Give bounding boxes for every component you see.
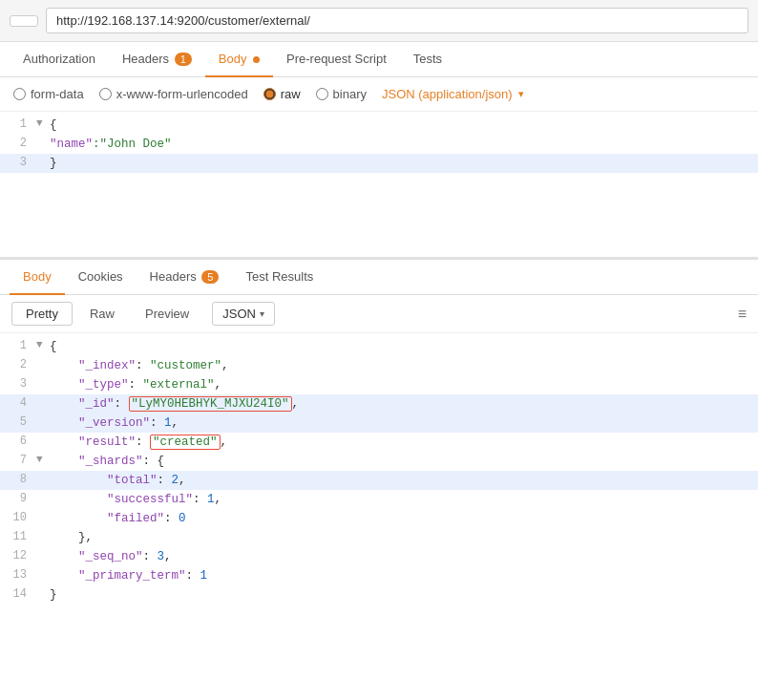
resp-code-line-2: 2 "_index": "customer", xyxy=(0,356,758,375)
resp-line-num-4: 4 xyxy=(0,394,36,413)
resp-line-content-11: }, xyxy=(50,528,758,547)
req-line-arrow-1: ▼ xyxy=(36,116,50,133)
resp-line-num-12: 12 xyxy=(0,547,36,565)
req-code-line-1: 1▼{ xyxy=(0,116,758,135)
body-option-raw[interactable]: raw xyxy=(263,87,301,101)
request-tab-tests[interactable]: Tests xyxy=(400,42,455,77)
request-tab-pre-request-script[interactable]: Pre-request Script xyxy=(273,42,400,77)
resp-line-content-1: { xyxy=(50,337,758,356)
resp-line-content-8: "total": 2, xyxy=(50,471,758,490)
resp-line-num-11: 11 xyxy=(0,528,36,546)
top-bar xyxy=(0,0,758,42)
req-code-line-3: 3} xyxy=(0,154,758,173)
resp-line-num-9: 9 xyxy=(0,490,36,508)
format-btn-raw[interactable]: Raw xyxy=(76,303,128,325)
resp-line-content-9: "successful": 1, xyxy=(50,490,758,509)
format-select-chevron: ▾ xyxy=(260,308,264,319)
request-tab-headers[interactable]: Headers 1 xyxy=(109,42,205,77)
body-option-label-raw: raw xyxy=(281,87,301,101)
resp-line-content-13: "_primary_term": 1 xyxy=(50,566,758,585)
request-tab-nav: AuthorizationHeaders 1Body Pre-request S… xyxy=(0,42,758,77)
response-tab-headers[interactable]: Headers 5 xyxy=(137,260,233,295)
resp-code-line-11: 11 }, xyxy=(0,528,758,547)
req-line-num-3: 3 xyxy=(0,154,36,172)
json-type-chevron: ▾ xyxy=(518,88,524,100)
format-select[interactable]: JSON▾ xyxy=(212,302,275,326)
body-option-binary[interactable]: binary xyxy=(316,87,367,101)
resp-line-num-7: 7 xyxy=(0,452,36,470)
resp-line-content-2: "_index": "customer", xyxy=(50,356,758,375)
boxed-value-6: "created" xyxy=(150,435,221,450)
method-button[interactable] xyxy=(10,15,38,27)
resp-line-num-3: 3 xyxy=(0,375,36,393)
response-tab-test-results[interactable]: Test Results xyxy=(232,260,326,295)
body-option-label-form-data: form-data xyxy=(31,87,84,101)
resp-line-num-6: 6 xyxy=(0,433,36,451)
format-btn-pretty[interactable]: Pretty xyxy=(11,302,73,326)
resp-line-num-8: 8 xyxy=(0,471,36,489)
resp-code-line-5: 5 "_version": 1, xyxy=(0,414,758,433)
resp-tab-badge-headers: 5 xyxy=(201,270,219,284)
response-section: BodyCookiesHeaders 5Test Results PrettyR… xyxy=(0,260,758,608)
resp-code-line-3: 3 "_type": "external", xyxy=(0,375,758,394)
resp-line-num-14: 14 xyxy=(0,585,36,604)
resp-code-line-9: 9 "successful": 1, xyxy=(0,490,758,509)
resp-line-num-1: 1 xyxy=(0,337,36,355)
resp-line-arrow-7: ▼ xyxy=(36,452,50,469)
json-type-select[interactable]: JSON (application/json)▾ xyxy=(382,87,524,101)
format-bar: PrettyRawPreviewJSON▾≡ xyxy=(0,295,758,333)
body-option-form-data[interactable]: form-data xyxy=(13,87,84,101)
body-option-x-www-form-urlencoded[interactable]: x-www-form-urlencoded xyxy=(99,87,248,101)
resp-line-content-4: "_id": "LyMY0HEBHYK_MJXU24I0", xyxy=(50,394,758,414)
url-input[interactable] xyxy=(46,8,748,33)
req-code-line-2: 2"name":"John Doe" xyxy=(0,135,758,154)
resp-line-content-5: "_version": 1, xyxy=(50,414,758,433)
request-tab-authorization[interactable]: Authorization xyxy=(10,42,109,77)
response-tab-nav: BodyCookiesHeaders 5Test Results xyxy=(0,260,758,295)
format-btn-preview[interactable]: Preview xyxy=(132,303,202,325)
body-options: form-datax-www-form-urlencodedrawbinaryJ… xyxy=(0,77,758,112)
resp-line-num-10: 10 xyxy=(0,509,36,527)
body-option-label-x-www-form-urlencoded: x-www-form-urlencoded xyxy=(116,87,248,101)
response-code-area: 1▼{2 "_index": "customer",3 "_type": "ex… xyxy=(0,333,758,608)
resp-code-line-7: 7▼ "_shards": { xyxy=(0,452,758,471)
request-code-area: 1▼{2"name":"John Doe"3} xyxy=(0,112,758,260)
resp-line-content-6: "result": "created", xyxy=(50,433,758,452)
request-tab-body[interactable]: Body xyxy=(205,42,273,77)
boxed-value-4: "LyMY0HEBHYK_MJXU24I0" xyxy=(129,396,292,412)
resp-line-content-14: } xyxy=(50,585,758,605)
resp-code-line-13: 13 "_primary_term": 1 xyxy=(0,566,758,585)
resp-line-num-13: 13 xyxy=(0,566,36,584)
resp-line-arrow-1: ▼ xyxy=(36,337,50,354)
filter-icon[interactable]: ≡ xyxy=(738,306,747,323)
body-option-label-binary: binary xyxy=(333,87,367,101)
resp-code-line-4: 4 "_id": "LyMY0HEBHYK_MJXU24I0", xyxy=(0,394,758,414)
req-line-content-3: } xyxy=(50,154,758,173)
tab-badge-headers: 1 xyxy=(175,53,192,66)
resp-line-num-2: 2 xyxy=(0,356,36,374)
resp-code-line-6: 6 "result": "created", xyxy=(0,433,758,452)
resp-code-line-1: 1▼{ xyxy=(0,337,758,356)
req-line-content-1: { xyxy=(50,116,758,135)
req-line-content-2: "name":"John Doe" xyxy=(50,135,758,154)
resp-line-num-5: 5 xyxy=(0,414,36,432)
resp-code-line-14: 14} xyxy=(0,585,758,605)
resp-line-content-10: "failed": 0 xyxy=(50,509,758,528)
format-select-label: JSON xyxy=(222,307,256,321)
tab-dot-body xyxy=(253,56,260,63)
resp-code-line-8: 8 "total": 2, xyxy=(0,471,758,490)
response-tab-cookies[interactable]: Cookies xyxy=(65,260,137,295)
resp-line-content-12: "_seq_no": 3, xyxy=(50,547,758,566)
resp-line-content-7: "_shards": { xyxy=(50,452,758,471)
req-line-num-1: 1 xyxy=(0,116,36,134)
req-line-num-2: 2 xyxy=(0,135,36,153)
resp-code-line-10: 10 "failed": 0 xyxy=(0,509,758,528)
resp-line-content-3: "_type": "external", xyxy=(50,375,758,394)
resp-code-line-12: 12 "_seq_no": 3, xyxy=(0,547,758,566)
response-tab-body[interactable]: Body xyxy=(10,260,65,295)
json-type-label: JSON (application/json) xyxy=(382,87,513,101)
